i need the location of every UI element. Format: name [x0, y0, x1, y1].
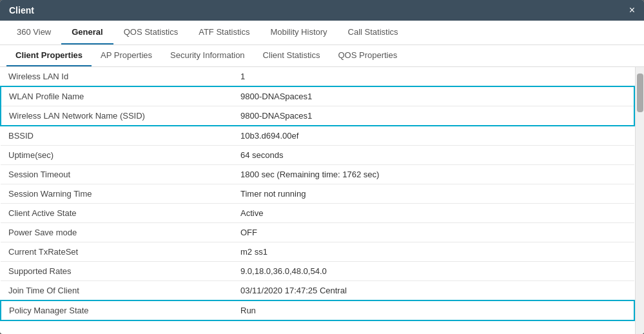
- properties-table-container[interactable]: Wireless LAN Id1WLAN Profile Name9800-DN…: [0, 67, 635, 334]
- tab-atf-statistics[interactable]: ATF Statistics: [188, 21, 260, 44]
- property-value: 1: [233, 67, 634, 86]
- subtab-ap-properties[interactable]: AP Properties: [92, 45, 161, 66]
- table-row: Current TxRateSetm2 ss1: [1, 242, 634, 262]
- subtab-client-statistics[interactable]: Client Statistics: [254, 45, 329, 66]
- property-value: 1800 sec (Remaining time: 1762 sec): [233, 165, 634, 184]
- properties-table: Wireless LAN Id1WLAN Profile Name9800-DN…: [0, 67, 635, 321]
- property-key: Join Time Of Client: [1, 281, 233, 301]
- top-tabs: 360 View General QOS Statistics ATF Stat…: [0, 21, 644, 45]
- tab-call-statistics[interactable]: Call Statistics: [338, 21, 409, 44]
- property-value: Run: [233, 300, 634, 320]
- client-modal: Client × 360 View General QOS Statistics…: [0, 0, 644, 334]
- content-area: Wireless LAN Id1WLAN Profile Name9800-DN…: [0, 67, 644, 334]
- scrollbar[interactable]: [635, 67, 644, 334]
- subtab-security-information[interactable]: Security Information: [161, 45, 254, 66]
- table-row: WLAN Profile Name9800-DNASpaces1: [1, 86, 634, 106]
- table-row: Join Time Of Client03/11/2020 17:47:25 C…: [1, 281, 634, 301]
- property-key: Current TxRateSet: [1, 242, 233, 262]
- table-row: BSSID10b3.d694.00ef: [1, 126, 634, 146]
- modal-header: Client ×: [0, 0, 644, 21]
- property-key: Client Active State: [1, 204, 233, 223]
- property-key: BSSID: [1, 126, 233, 146]
- property-value: 03/11/2020 17:47:25 Central: [233, 281, 634, 301]
- property-key: Power Save mode: [1, 223, 233, 242]
- property-key: Session Timeout: [1, 165, 233, 184]
- tab-general[interactable]: General: [61, 21, 113, 44]
- property-key: Supported Rates: [1, 262, 233, 281]
- table-row: Uptime(sec)64 seconds: [1, 146, 634, 165]
- table-row: Session Timeout1800 sec (Remaining time:…: [1, 165, 634, 184]
- tab-360view[interactable]: 360 View: [6, 21, 61, 44]
- property-key: Wireless LAN Network Name (SSID): [1, 106, 233, 126]
- tab-qos-statistics[interactable]: QOS Statistics: [113, 21, 189, 44]
- property-value: 64 seconds: [233, 146, 634, 165]
- property-value: 9800-DNASpaces1: [233, 106, 634, 126]
- table-row: Wireless LAN Network Name (SSID)9800-DNA…: [1, 106, 634, 126]
- table-row: Policy Manager StateRun: [1, 300, 634, 320]
- table-row: Power Save modeOFF: [1, 223, 634, 242]
- property-value: 9800-DNASpaces1: [233, 86, 634, 106]
- table-row: Session Warning TimeTimer not running: [1, 184, 634, 204]
- property-value: Active: [233, 204, 634, 223]
- sub-tabs: Client Properties AP Properties Security…: [0, 45, 644, 67]
- property-value: m2 ss1: [233, 242, 634, 262]
- property-value: Timer not running: [233, 184, 634, 204]
- tab-mobility-history[interactable]: Mobility History: [260, 21, 337, 44]
- table-row: Client Active StateActive: [1, 204, 634, 223]
- subtab-qos-properties[interactable]: QOS Properties: [329, 45, 406, 66]
- subtab-client-properties[interactable]: Client Properties: [6, 45, 92, 66]
- property-key: Session Warning Time: [1, 184, 233, 204]
- property-key: WLAN Profile Name: [1, 86, 233, 106]
- property-key: Uptime(sec): [1, 146, 233, 165]
- property-key: Policy Manager State: [1, 300, 233, 320]
- table-row: Supported Rates9.0,18.0,36.0,48.0,54.0: [1, 262, 634, 281]
- close-button[interactable]: ×: [629, 5, 635, 15]
- property-value: 9.0,18.0,36.0,48.0,54.0: [233, 262, 634, 281]
- property-key: Wireless LAN Id: [1, 67, 233, 86]
- table-row: Wireless LAN Id1: [1, 67, 634, 86]
- property-value: OFF: [233, 223, 634, 242]
- scrollbar-thumb: [637, 74, 643, 112]
- modal-title: Client: [9, 5, 34, 15]
- property-value: 10b3.d694.00ef: [233, 126, 634, 146]
